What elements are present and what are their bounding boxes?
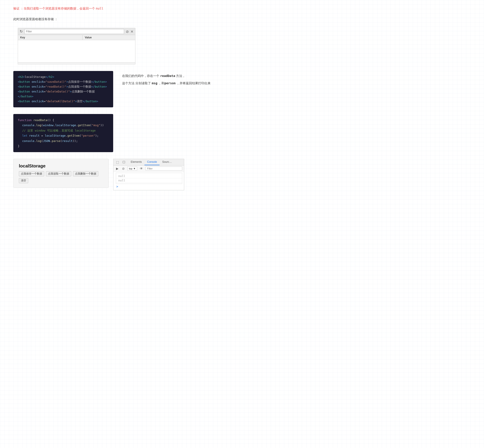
code-line: console.log(window.localStorage.getItem(… [18, 123, 109, 128]
devtools-footer [18, 62, 135, 64]
eye-icon[interactable]: 👁 [139, 166, 144, 171]
code-line: <button onclick="readData()">点我读取一个数据</b… [18, 84, 109, 89]
top-label: top [129, 167, 132, 170]
storage-empty-row [18, 40, 135, 62]
tab-sources[interactable]: Sourc… [160, 159, 174, 165]
verify-text: 验证 ：当我们读取一个浏览器没有存储的数据，会返回一个 null [13, 7, 471, 11]
code2-section: function readData() { console.log(window… [13, 114, 471, 152]
delete-data-button[interactable]: 点我删除一个数据 [73, 171, 98, 176]
code-line: <button onclick="deleteData()">点我删除一个数据<… [18, 89, 109, 99]
right-description: 在我们的代码中，存在一个 readData 方法， 这个方法 分别读取了 msg… [122, 71, 471, 86]
read-data-button[interactable]: 点我读取一个数据 [46, 171, 71, 176]
code-block-1: <h2>localStorage</h2> <button onclick="s… [13, 71, 113, 108]
null-output-box: null null [116, 173, 182, 184]
tab-elements[interactable]: Elements [128, 159, 144, 165]
key-column-header: Key [18, 35, 82, 40]
save-data-button[interactable]: 点我保存一个数据 [19, 171, 44, 176]
refresh-button[interactable]: ↻ [20, 30, 23, 33]
console-null-2: null [116, 178, 182, 183]
block-icon: ⊘ [126, 30, 129, 34]
desc-text: 此时浏览器里面啥都没有存储 ： [13, 17, 471, 21]
code1-section: <h2>localStorage</h2> <button onclick="s… [13, 71, 471, 108]
console-toolbar: ▶ ⊘ top ▼ 👁 [113, 165, 184, 172]
bottom-section: localStorage 点我保存一个数据 点我读取一个数据 点我删除一个数据 … [13, 159, 471, 190]
code-line: <h2>localStorage</h2> [18, 74, 109, 80]
device-icon: ☐ [122, 159, 126, 165]
cursor-icon: ⬚ [115, 159, 120, 165]
code-line: <button onclick="deleteAllData()">清空</bu… [18, 99, 109, 104]
console-null-1: null [116, 174, 182, 178]
console-output: null null > [113, 172, 184, 190]
clear-button[interactable]: 清空 [19, 178, 28, 183]
filter-input[interactable] [25, 29, 124, 34]
code-line: function readData() { [18, 118, 109, 123]
html-code-block: <h2>localStorage</h2> <button onclick="s… [13, 71, 113, 108]
browser-page-title: localStorage [19, 163, 103, 168]
desc-line1: 在我们的代码中，存在一个 readData 方法， [122, 73, 471, 79]
console-prompt[interactable]: > [114, 184, 184, 189]
devtools-tabs: ⬚ ☐ Elements Console Sourc… [113, 159, 184, 165]
storage-table: Key Value [18, 35, 135, 62]
code-line: console.log(JSON.parse(result)); [18, 138, 109, 144]
desc-line2: 这个方法 分别读取了 msg ，和person ，并将返回结果打印出来 [122, 80, 471, 86]
code-line: <button onclick="saveData()">点我保存一个数据</b… [18, 80, 109, 84]
devtools-storage-panel: ↻ ⊘ ✕ Key Value [18, 28, 135, 64]
devtools-toolbar: ↻ ⊘ ✕ [18, 28, 135, 35]
block-icon[interactable]: ⊘ [121, 166, 126, 171]
value-column-header: Value [82, 35, 135, 40]
code-line: let result = localStorage.getItem("perso… [18, 133, 109, 138]
browser-mockup: localStorage 点我保存一个数据 点我读取一个数据 点我删除一个数据 … [13, 159, 109, 188]
top-selector[interactable]: top ▼ [127, 167, 137, 171]
code-line-closing: } [18, 144, 109, 149]
dropdown-arrow: ▼ [133, 167, 136, 170]
devtools-console-panel: ⬚ ☐ Elements Console Sourc… ▶ ⊘ top ▼ 👁 … [113, 159, 184, 190]
console-filter-input[interactable] [146, 167, 182, 171]
tab-console[interactable]: Console [144, 159, 160, 165]
close-icon[interactable]: ✕ [131, 30, 133, 34]
browser-button-group: 点我保存一个数据 点我读取一个数据 点我删除一个数据 清空 [19, 171, 103, 183]
toolbar-icons: ⊘ ✕ [126, 30, 133, 34]
js-code-block: function readData() { console.log(window… [13, 114, 113, 152]
code-line: // 这里 window 可以省略，直接写成 localStorage [18, 128, 109, 133]
run-button[interactable]: ▶ [115, 166, 119, 171]
